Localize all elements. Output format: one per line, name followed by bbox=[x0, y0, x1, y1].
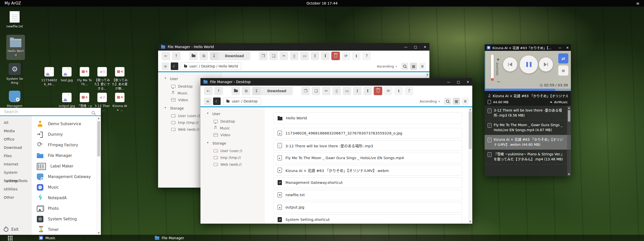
next-track-button[interactable] bbox=[539, 57, 553, 72]
paste-button[interactable]: ❏ bbox=[269, 52, 278, 60]
up-button[interactable]: ↑ bbox=[214, 87, 223, 95]
refresh-button[interactable]: ⟳ bbox=[384, 87, 393, 95]
delete-button[interactable] bbox=[374, 87, 382, 95]
desktop-icon[interactable]: test.jpg bbox=[58, 67, 76, 91]
close-button[interactable]: ✕ bbox=[424, 45, 426, 49]
sidebar-item[interactable]: tmp (tmp:/) bbox=[200, 154, 265, 161]
desktop-icon[interactable]: Hello World bbox=[6, 35, 25, 60]
breadcrumb[interactable]: user: / Desktop bbox=[223, 97, 261, 105]
exit-button[interactable]: Exit bbox=[4, 227, 18, 232]
playlist-item[interactable]: 『雪峰 ~yukimine~ Piano & Strings Ver.』を歌って… bbox=[485, 150, 571, 164]
scrollbar-thumb[interactable] bbox=[568, 110, 570, 122]
taskbar-item-music[interactable]: Music bbox=[39, 235, 55, 241]
topbar-menu-icon[interactable]: ≡ bbox=[636, 1, 639, 6]
start-menu-scrollbar[interactable]: ▲ ▼ bbox=[96, 116, 101, 235]
sort-dropdown[interactable]: Ascending bbox=[420, 99, 437, 103]
scroll-down-icon[interactable]: ▼ bbox=[468, 220, 472, 224]
repeat-button[interactable]: ⇄ bbox=[558, 53, 568, 63]
sidebar-item[interactable]: Desktop bbox=[200, 118, 265, 125]
minimize-button[interactable]: — bbox=[558, 46, 562, 50]
playlist-item[interactable]: Kizuna AI × 花譜 #63 「かりそめ」【オリジナルMV】.webm … bbox=[485, 135, 571, 150]
up-button[interactable]: ↑ bbox=[172, 52, 181, 60]
category-item[interactable]: Files bbox=[0, 152, 32, 160]
category-item[interactable]: Media bbox=[0, 127, 32, 135]
file-row[interactable]: output.jpg bbox=[273, 202, 462, 213]
volume-up-button[interactable]: + bbox=[496, 57, 500, 62]
app-item[interactable]: File Manager bbox=[37, 150, 97, 161]
window-titlebar[interactable]: File Manager - Desktop — □ ✕ bbox=[200, 78, 472, 86]
window-titlebar[interactable]: File Manager - Hello World — □ ✕ bbox=[158, 43, 429, 51]
app-item[interactable]: FFmpeg Factory bbox=[37, 140, 97, 150]
category-item[interactable]: Download bbox=[0, 144, 32, 152]
file-row[interactable]: 117346026_4968186883206677_3276783073763… bbox=[273, 128, 462, 139]
info-button[interactable]: i bbox=[394, 87, 403, 95]
category-item[interactable]: Internet bbox=[0, 160, 32, 168]
desktop-icon[interactable]: Fly Me To Th... bbox=[76, 67, 93, 91]
playlist-button[interactable]: ≡ bbox=[558, 65, 568, 76]
help-button[interactable]: ? bbox=[362, 52, 371, 60]
rename-button[interactable]: I bbox=[321, 52, 330, 60]
copy-button[interactable]: ❐ bbox=[301, 87, 310, 95]
download-button[interactable]: ↧ Download bbox=[252, 87, 293, 95]
grid-view-button[interactable]: ▦ bbox=[410, 63, 417, 70]
info-button[interactable]: i bbox=[352, 52, 361, 60]
open-in-new-button[interactable]: ⧉ bbox=[199, 52, 208, 60]
maximize-button[interactable]: □ bbox=[457, 80, 460, 84]
sidebar-item[interactable]: User bbox=[200, 112, 265, 116]
new-folder-button[interactable]: ▭ bbox=[343, 87, 351, 95]
scroll-up-icon[interactable]: ▲ bbox=[468, 107, 472, 111]
volume-down-button[interactable]: − bbox=[497, 79, 500, 84]
scroll-up-icon[interactable]: ▲ bbox=[567, 106, 571, 110]
file-row[interactable]: 3-12 There will be love there -愛のある場所-.m… bbox=[273, 140, 462, 151]
file-row[interactable]: newfile.txt bbox=[273, 190, 462, 200]
progress-bar[interactable] bbox=[485, 89, 571, 91]
breadcrumb[interactable]: user: / Desktop / Hello World bbox=[181, 62, 241, 70]
file-row[interactable]: Management Gateway.shortcut bbox=[273, 177, 462, 188]
sort-caret-icon[interactable]: ▾ bbox=[396, 65, 397, 68]
copy-button[interactable]: ❐ bbox=[259, 52, 268, 60]
new-file-button[interactable]: ▯ bbox=[290, 52, 299, 60]
sidebar-item[interactable]: Web (web:/) bbox=[200, 161, 265, 168]
scroll-up-icon[interactable]: ▲ bbox=[97, 116, 101, 120]
scroll-up-icon[interactable]: ▲ bbox=[425, 72, 429, 76]
app-item[interactable]: NotepadA bbox=[37, 193, 97, 203]
delete-button[interactable] bbox=[331, 52, 340, 60]
category-item[interactable]: System Tools bbox=[0, 177, 32, 185]
volume-slider[interactable] bbox=[491, 54, 494, 81]
list-view-button[interactable]: ≣ bbox=[462, 98, 469, 105]
maximize-button[interactable]: □ bbox=[414, 45, 417, 49]
app-item[interactable]: Music bbox=[37, 182, 97, 193]
sidebar-item[interactable]: Video bbox=[200, 131, 265, 138]
file-row[interactable]: System Setting.shortcut bbox=[273, 214, 462, 224]
close-button[interactable]: ✕ bbox=[466, 80, 469, 84]
grid-view-button[interactable]: ▦ bbox=[453, 98, 460, 105]
sort-dropdown[interactable]: Ascending bbox=[377, 64, 394, 68]
menu-button[interactable]: ≡ bbox=[162, 62, 169, 70]
app-item[interactable]: Photo bbox=[37, 203, 97, 214]
download-button[interactable]: ↧ Download bbox=[210, 52, 250, 60]
scrollbar-thumb[interactable] bbox=[469, 111, 472, 149]
desktop-icon[interactable]: newfile.txt bbox=[3, 11, 26, 28]
start-button[interactable] bbox=[8, 235, 13, 240]
previous-track-button[interactable] bbox=[503, 57, 517, 72]
desktop-icon[interactable]: System Setting bbox=[3, 63, 26, 85]
app-item[interactable]: Dummy bbox=[37, 129, 97, 140]
playlist-scrollbar[interactable]: ▲ ▼ bbox=[567, 106, 571, 176]
new-folder-button[interactable]: ▭ bbox=[300, 52, 309, 60]
sidebar-item[interactable]: Music bbox=[200, 125, 265, 131]
pause-button[interactable] bbox=[520, 55, 538, 74]
open-button[interactable] bbox=[189, 52, 198, 60]
window-titlebar[interactable]: Kizuna AI × 花譜 #63「かりそめ」【... — ✕ bbox=[485, 44, 571, 51]
menu-button[interactable]: ≡ bbox=[204, 97, 212, 105]
upload-button[interactable]: ↥ bbox=[353, 87, 362, 95]
close-button[interactable]: ✕ bbox=[566, 46, 569, 50]
start-menu-search[interactable] bbox=[0, 108, 101, 116]
refresh-button[interactable]: ⟳ bbox=[342, 52, 350, 60]
search-input[interactable] bbox=[0, 109, 101, 114]
history-button[interactable]: ☾ bbox=[171, 62, 178, 70]
desktop-icon[interactable]: 【歌ってみた】あの夏が飽... bbox=[111, 67, 129, 91]
file-row[interactable]: Fly Me To The Moon _ Gawr Gura Sings _ H… bbox=[273, 153, 462, 163]
app-item[interactable]: Timer bbox=[37, 224, 97, 235]
history-button[interactable]: ☾ bbox=[213, 97, 221, 105]
app-item[interactable]: Label Maker bbox=[37, 161, 97, 171]
